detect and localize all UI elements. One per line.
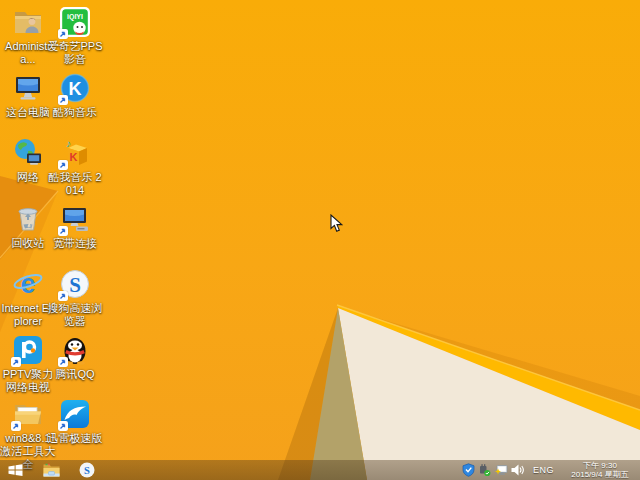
folder-icon <box>12 398 44 430</box>
shortcut-arrow-icon <box>58 29 68 39</box>
broadband-connection-icon <box>59 203 91 235</box>
sogou-browser-button[interactable]: S <box>72 460 102 480</box>
shortcut-arrow-icon <box>11 421 21 431</box>
desktop-icon-xunlei[interactable]: 迅雷极速版 <box>47 398 103 445</box>
desktop-icon-kugou[interactable]: K 酷狗音乐 <box>47 72 103 119</box>
file-explorer-button[interactable] <box>36 460 66 480</box>
desktop-icon-iqiyi-pps[interactable]: iQIYI 爱奇艺PPS 影音 <box>47 6 103 66</box>
shortcut-arrow-icon <box>58 291 68 301</box>
desktop-icon-label: 宽带连接 <box>47 237 103 250</box>
device-ready-tray-icon[interactable] <box>477 460 493 480</box>
windows-logo-icon <box>8 463 23 477</box>
shortcut-arrow-icon <box>11 357 21 367</box>
svg-text:S: S <box>84 465 90 476</box>
desktop-icon-label: 酷我音乐 2014 <box>47 171 103 197</box>
sogou-browser-icon: S <box>79 462 95 478</box>
desktop-icon-label: 腾讯QQ <box>47 368 103 381</box>
file-explorer-icon <box>43 463 60 477</box>
shortcut-arrow-icon <box>58 357 68 367</box>
pptv-icon <box>12 334 44 366</box>
kugou-music-icon: K <box>59 72 91 104</box>
svg-text:iQIYI: iQIYI <box>67 13 83 21</box>
shortcut-arrow-icon <box>58 226 68 236</box>
desktop-icon-sogou[interactable]: S 搜狗高速浏览器 <box>47 268 103 328</box>
language-indicator[interactable]: ENG <box>525 465 563 475</box>
svg-text:K: K <box>69 79 82 99</box>
start-button[interactable] <box>0 460 30 480</box>
volume-tray-icon[interactable] <box>509 460 525 480</box>
desktop-icon-label: 爱奇艺PPS 影音 <box>47 40 103 66</box>
clock-time: 下午 9:30 <box>563 461 637 470</box>
xunlei-bird-icon <box>59 398 91 430</box>
security-shield-tray-icon[interactable] <box>461 460 477 480</box>
user-folder-icon <box>12 6 44 38</box>
system-tray: ENG 下午 9:30 2015/9/4 星期五 <box>461 460 640 480</box>
taskbar: S <box>0 460 640 480</box>
taskbar-clock[interactable]: 下午 9:30 2015/9/4 星期五 <box>563 461 640 479</box>
internet-explorer-icon: e <box>12 268 44 300</box>
recycle-bin-icon <box>12 203 44 235</box>
desktop-icon-label: 搜狗高速浏览器 <box>47 302 103 328</box>
desktop-icon-label: 迅雷极速版 <box>47 432 103 445</box>
network-status-tray-icon[interactable] <box>493 460 509 480</box>
qq-penguin-icon <box>59 334 91 366</box>
kuwo-music-icon: ♪ K <box>59 137 91 169</box>
svg-text:K: K <box>70 151 78 163</box>
iqiyi-pps-icon: iQIYI <box>59 6 91 38</box>
shortcut-arrow-icon <box>58 95 68 105</box>
computer-icon <box>12 72 44 104</box>
desktop-icon-qq[interactable]: 腾讯QQ <box>47 334 103 381</box>
clock-date: 2015/9/4 星期五 <box>563 470 637 479</box>
network-globe-icon <box>12 137 44 169</box>
svg-text:S: S <box>69 273 81 297</box>
shortcut-arrow-icon <box>58 160 68 170</box>
desktop-icon-broadband[interactable]: 宽带连接 <box>47 203 103 250</box>
desktop-icon-kuwo[interactable]: ♪ K 酷我音乐 2014 <box>47 137 103 197</box>
sogou-browser-icon: S <box>59 268 91 300</box>
shortcut-arrow-icon <box>58 421 68 431</box>
desktop-icon-label: 酷狗音乐 <box>47 106 103 119</box>
